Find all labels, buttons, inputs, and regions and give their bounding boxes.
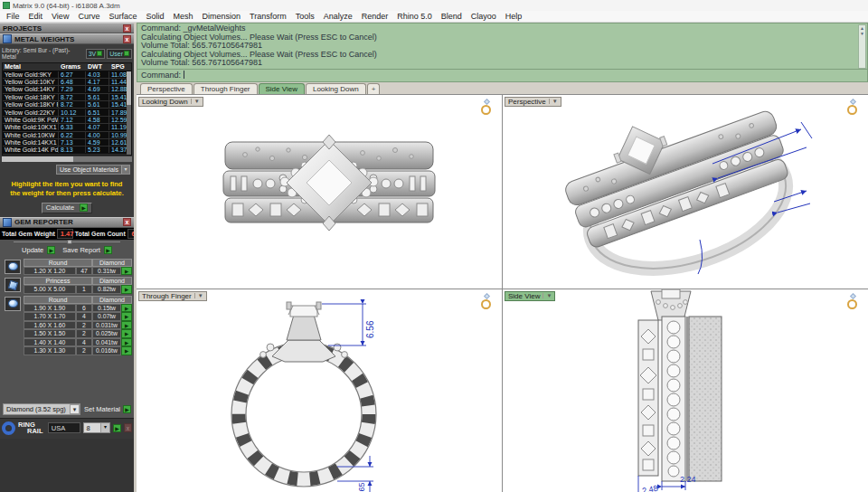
gem-row[interactable]: 1.50 X 1.50 2 0.025tw ▶ [24, 329, 132, 338]
total-gem-weight-label: Total Gem Weight [2, 231, 55, 237]
command-input[interactable] [184, 71, 184, 79]
gem-material-dropdown[interactable]: Diamond (3.52 spg) ▾ [3, 403, 80, 415]
tab-through-finger[interactable]: Through Finger [193, 83, 258, 94]
apply-ring-rail-button[interactable]: ▶ [113, 424, 121, 432]
rail-label: RAIL [18, 428, 45, 435]
select-gems-button[interactable]: ▶ [121, 285, 132, 294]
round-gem-icon[interactable] [5, 260, 21, 274]
set-material-button[interactable]: Set Material ▶ [84, 405, 131, 413]
select-gems-button[interactable]: ▶ [121, 312, 132, 321]
ring-region-field[interactable]: USA [48, 422, 80, 433]
menu-tools[interactable]: Tools [291, 12, 319, 21]
table-row[interactable]: Yellow Gold:18KY R...8.725.6115.41 [3, 101, 131, 109]
menu-dimension[interactable]: Dimension [197, 12, 245, 21]
tab-side-view[interactable]: Side View [259, 83, 305, 94]
ring-icon[interactable] [2, 421, 15, 435]
menu-solid[interactable]: Solid [141, 12, 168, 21]
menu-surface[interactable]: Surface [104, 12, 141, 21]
menu-bar: File Edit View Curve Surface Solid Mesh … [0, 11, 868, 23]
select-gems-button[interactable]: ▶ [121, 304, 132, 313]
command-scrollbar[interactable]: ▲▼ [858, 24, 866, 69]
3v-button[interactable]: 3V [86, 49, 106, 59]
close-icon[interactable]: x [123, 218, 131, 226]
ring-rail-section: RING RAIL USA 8 ▾ ▶ x [0, 418, 134, 439]
menu-help[interactable]: Help [501, 12, 527, 21]
tab-looking-down[interactable]: Looking Down [306, 83, 366, 94]
close-icon[interactable]: x [123, 35, 131, 43]
viewport-side-view[interactable]: Side View ▼ [503, 289, 868, 492]
gem-row[interactable]: 1.40 X 1.40 4 0.041tw ▶ [24, 338, 132, 347]
viewport-label[interactable]: Perspective ▼ [505, 97, 561, 107]
play-icon: ▶ [104, 246, 112, 254]
menu-blend[interactable]: Blend [437, 12, 467, 21]
metal-table-hscrollbar[interactable] [2, 156, 132, 162]
gem-row[interactable]: 1.90 X 1.90 6 0.15tw ▶ [24, 304, 132, 313]
menu-clayoo[interactable]: Clayoo [467, 12, 501, 21]
menu-rhino[interactable]: Rhino 5.0 [392, 12, 437, 21]
dim-shank-thickness: .65 [357, 482, 366, 492]
table-row[interactable]: Yellow Gold:10KY6.484.1711.44 [3, 79, 131, 86]
table-row[interactable]: Yellow Gold:18KY8.725.6115.41 [3, 94, 131, 101]
gem-totals-row: Total Gem Weight 1.47 Total Gem Count 68 [0, 228, 134, 240]
tab-perspective[interactable]: Perspective [140, 83, 193, 94]
gem-row[interactable]: 1.60 X 1.60 2 0.031tw ▶ [24, 321, 132, 330]
gem-reporter-body: Update ▶ Save Report ▶ Round Diamond 1.2… [0, 240, 134, 418]
gem-row[interactable]: 1.20 X 1.20 47 0.31tw ▶ [24, 267, 132, 276]
table-row[interactable]: Yellow Gold:22KY10.126.5117.89 [3, 109, 131, 116]
table-row[interactable]: White Gold:14KX17.134.5912.61 [3, 139, 131, 147]
save-report-button[interactable]: Save Report ▶ [62, 246, 112, 254]
viewport-label[interactable]: Through Finger ▼ [138, 291, 207, 301]
menu-file[interactable]: File [2, 12, 24, 21]
metal-weights-title: METAL WEIGHTS [14, 35, 74, 43]
gem-row[interactable]: 5.00 X 5.00 1 0.82tw ▶ [24, 285, 132, 294]
gem-reporter-panel-header[interactable]: GEM REPORTER x [0, 217, 134, 228]
select-gems-button[interactable]: ▶ [121, 321, 132, 330]
chevron-down-icon: ▾ [121, 166, 129, 174]
viewport-looking-down[interactable]: Looking Down ▼ [137, 95, 502, 289]
gem-reporter-icon [3, 218, 12, 227]
table-row[interactable]: White Gold:14K PdW8.135.2314.37 [3, 147, 131, 154]
metal-table-scrollbar[interactable] [127, 71, 131, 155]
table-row[interactable]: Yellow Gold:14KY7.294.6912.88 [3, 86, 131, 93]
select-gems-button[interactable]: ▶ [121, 338, 132, 347]
select-gems-button[interactable]: ▶ [121, 346, 132, 355]
viewport-through-finger[interactable]: Through Finger ▼ [137, 289, 502, 492]
chevron-down-icon: ▼ [191, 99, 200, 104]
select-gems-button[interactable]: ▶ [121, 329, 132, 338]
table-row[interactable]: Yellow Gold:9KY6.274.0311.08 [3, 71, 131, 78]
viewport-label[interactable]: Side View ▼ [505, 291, 555, 301]
princess-gem-icon[interactable] [5, 278, 21, 292]
gem-row[interactable]: 1.30 X 1.30 2 0.016tw ▶ [24, 346, 132, 355]
viewport-perspective[interactable]: Perspective ▼ [503, 95, 868, 289]
new-viewport-tab[interactable]: + [367, 83, 381, 94]
led-icon [124, 51, 129, 56]
menu-analyze[interactable]: Analyze [319, 12, 357, 21]
menu-curve[interactable]: Curve [73, 12, 104, 21]
calculate-button[interactable]: Calculate ▶ [42, 203, 92, 213]
use-object-materials-dropdown[interactable]: Use Object Materials ▾ [56, 165, 130, 175]
table-row[interactable]: White Gold:10KW6.224.0010.99 [3, 132, 131, 139]
metal-table-header: Metal Grams DWT SPG [3, 63, 131, 71]
update-button[interactable]: Update ▶ [22, 246, 55, 254]
dim-total-width: 2.48 [641, 483, 658, 492]
menu-render[interactable]: Render [357, 12, 393, 21]
close-icon[interactable]: x [123, 24, 131, 33]
menu-transform[interactable]: Transform [245, 12, 291, 21]
gem-row[interactable]: 1.70 X 1.70 4 0.07tw ▶ [24, 312, 132, 321]
command-history[interactable]: Command: _gvMetalWeights Calculating Obj… [137, 24, 867, 69]
menu-mesh[interactable]: Mesh [168, 12, 197, 21]
projects-panel-header[interactable]: PROJECTS x [0, 23, 134, 33]
table-row[interactable]: White Gold:10KX16.334.0711.19 [3, 124, 131, 131]
table-row[interactable]: White Gold:9K PdW7.124.5812.59 [3, 117, 131, 124]
menu-edit[interactable]: Edit [24, 12, 48, 21]
delete-rail-button[interactable]: x [124, 423, 132, 432]
menu-view[interactable]: View [47, 12, 73, 21]
viewport-label[interactable]: Looking Down ▼ [138, 97, 203, 107]
metal-weights-panel-header[interactable]: METAL WEIGHTS x [0, 33, 134, 44]
select-gems-button[interactable]: ▶ [121, 267, 132, 276]
chevron-down-icon: ▼ [194, 293, 203, 298]
round-gem-icon[interactable] [5, 297, 21, 311]
ring-size-dropdown[interactable]: 8 ▾ [83, 422, 110, 433]
user-button[interactable]: User [107, 49, 132, 59]
dim-band-width: 2.24 [680, 475, 696, 484]
